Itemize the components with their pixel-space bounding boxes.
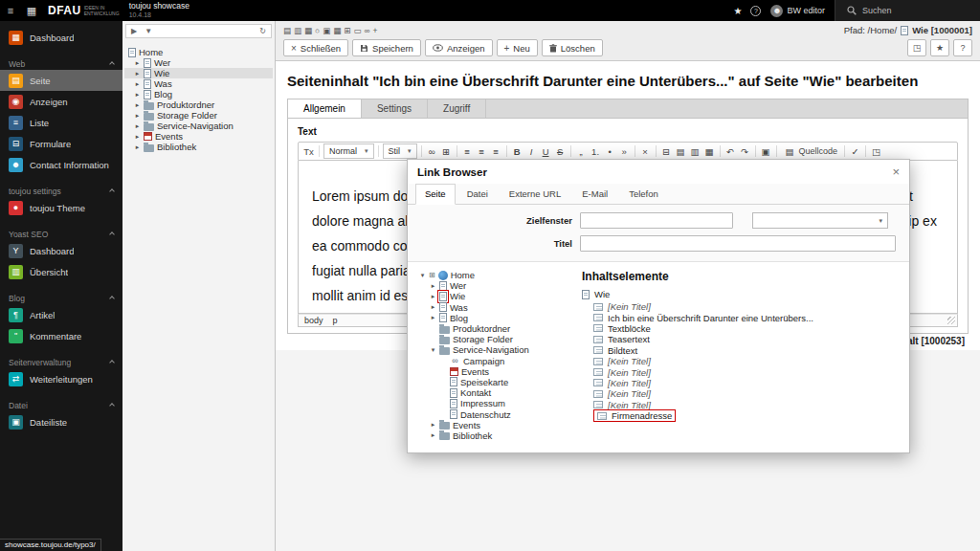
align-center-icon[interactable]: ≡ bbox=[476, 143, 488, 159]
sidebar-item-liste[interactable]: ≡Liste bbox=[0, 112, 122, 133]
image-icon[interactable]: ▣ bbox=[760, 143, 772, 159]
sidebar-item-artikel[interactable]: ¶Artikel bbox=[0, 304, 122, 325]
blockquote-icon[interactable]: „ bbox=[575, 143, 588, 159]
content-element-item[interactable]: [Kein Titel] bbox=[582, 366, 900, 377]
modal-tab-telefon[interactable]: Telefon bbox=[619, 184, 668, 204]
sidebar-item-seite[interactable]: ▤Seite bbox=[0, 70, 122, 91]
menu-toggle-icon[interactable]: ≡ bbox=[0, 5, 21, 16]
caret-right-icon[interactable]: ▸ bbox=[134, 143, 141, 151]
sidebar-section-web[interactable]: Web bbox=[0, 57, 122, 70]
open-new-window-icon[interactable]: ◳ bbox=[907, 39, 926, 56]
table-icon[interactable]: ⊞ bbox=[440, 143, 453, 159]
modal-tree-item[interactable]: ▸Was bbox=[417, 302, 582, 313]
caret-right-icon[interactable]: ▸ bbox=[134, 112, 141, 120]
sidebar-item-contact-information[interactable]: ☻Contact Information bbox=[0, 154, 122, 175]
undo-icon[interactable]: ↶ bbox=[724, 143, 737, 159]
caret-down-icon[interactable]: ▾ bbox=[430, 346, 436, 354]
content-page-row[interactable]: Wie bbox=[582, 289, 900, 299]
sidebar-section-toujou-settings[interactable]: toujou settings bbox=[0, 185, 122, 197]
clear-format-icon[interactable]: Tx bbox=[302, 143, 315, 159]
records-icon[interactable]: ▦ bbox=[333, 26, 341, 35]
copy-icon[interactable]: ⊟ bbox=[660, 143, 673, 159]
tab-allgemein[interactable]: Allgemein bbox=[288, 99, 362, 118]
search-button[interactable]: Suchen bbox=[835, 0, 980, 21]
modal-tab-seite[interactable]: Seite bbox=[415, 184, 456, 205]
pagetree-item[interactable]: ▸Blog bbox=[124, 89, 273, 99]
content-element-item[interactable]: Textblöcke bbox=[582, 323, 900, 334]
caret-right-icon[interactable]: ▸ bbox=[134, 101, 141, 109]
remove-icon[interactable]: × bbox=[639, 143, 652, 159]
modal-tree-item[interactable]: ▾Service-Navigation bbox=[417, 344, 582, 355]
modal-tab-externe-url[interactable]: Externe URL bbox=[500, 184, 570, 204]
help-icon[interactable]: ? bbox=[750, 6, 761, 16]
pagetree-item[interactable]: ▸Service-Navigation bbox=[124, 121, 273, 131]
caret-right-icon[interactable]: ▸ bbox=[134, 133, 141, 141]
anzeigen-button[interactable]: Anzeigen bbox=[425, 39, 493, 56]
maximize-icon[interactable]: ◳ bbox=[870, 143, 882, 159]
modal-tree-item[interactable]: Events bbox=[417, 366, 582, 377]
löschen-button[interactable]: Löschen bbox=[542, 39, 603, 56]
align-left-icon[interactable]: ≡ bbox=[461, 143, 474, 159]
content-element-item[interactable]: [Kein Titel] bbox=[582, 388, 900, 399]
paste-word-icon[interactable]: ▦ bbox=[703, 143, 716, 159]
content-element-item[interactable]: Bildtext bbox=[582, 345, 900, 356]
close-icon[interactable]: × bbox=[892, 165, 900, 179]
sidebar-section-seitenverwaltung[interactable]: Seitenverwaltung bbox=[0, 356, 122, 368]
modal-tree-item[interactable]: ▸Events bbox=[417, 420, 582, 430]
unordered-list-icon[interactable]: • bbox=[604, 143, 616, 159]
page-reference[interactable]: Wie [1000001] bbox=[912, 25, 972, 35]
modules-grid-icon[interactable]: ▦ bbox=[21, 5, 42, 17]
modal-tab-e-mail[interactable]: E-Mail bbox=[572, 184, 617, 204]
modal-tree-item[interactable]: Kontakt bbox=[417, 387, 582, 398]
bold-icon[interactable]: B bbox=[511, 143, 523, 159]
caret-right-icon[interactable]: ▸ bbox=[134, 70, 141, 77]
refresh-icon[interactable]: ↻ bbox=[259, 27, 266, 35]
link-icon[interactable]: ∞ bbox=[364, 26, 369, 35]
columns-icon[interactable]: ▥ bbox=[294, 26, 301, 35]
pagetree-item[interactable]: ▸Bibliothek bbox=[124, 142, 273, 152]
sidebar-item-übersicht[interactable]: ▥Übersicht bbox=[0, 261, 122, 282]
paste-icon[interactable]: ▤ bbox=[675, 143, 687, 159]
caret-right-icon[interactable]: ▸ bbox=[430, 293, 436, 300]
help-icon[interactable]: ? bbox=[953, 39, 972, 56]
sidebar-item-toujou-theme[interactable]: ●toujou Theme bbox=[0, 197, 122, 218]
element-path-segment[interactable]: body bbox=[304, 316, 323, 325]
modal-tree-item[interactable]: ∞Campaign bbox=[417, 356, 582, 366]
spellcheck-icon[interactable]: ✓ bbox=[849, 143, 861, 159]
sidebar-item-dashboard[interactable]: YDashboard bbox=[0, 240, 122, 261]
sidebar-section-blog[interactable]: Blog bbox=[0, 292, 122, 304]
caret-right-icon[interactable]: ▸ bbox=[134, 80, 141, 88]
sidebar-item-dateiliste[interactable]: ▣Dateiliste bbox=[0, 411, 122, 432]
modal-tree-item[interactable]: Impressum bbox=[417, 398, 582, 408]
element-path-segment[interactable]: p bbox=[333, 316, 338, 325]
target-select[interactable]: ▾ bbox=[752, 212, 888, 229]
media-icon[interactable]: ▣ bbox=[323, 26, 330, 35]
clock-icon[interactable]: ○ bbox=[315, 26, 320, 35]
link-icon[interactable]: ∞ bbox=[426, 143, 438, 159]
style-select[interactable]: Stil▾ bbox=[383, 143, 417, 159]
redo-icon[interactable]: ↷ bbox=[739, 143, 751, 159]
speichern-button[interactable]: Speichern bbox=[352, 39, 421, 56]
content-element-item[interactable]: Firmenadresse bbox=[582, 410, 900, 421]
sidebar-section-datei[interactable]: Datei bbox=[0, 399, 122, 411]
modal-tab-datei[interactable]: Datei bbox=[457, 184, 498, 204]
bookmark-star-icon[interactable]: ★ bbox=[734, 6, 743, 16]
format-select[interactable]: Normal▾ bbox=[323, 143, 374, 159]
modal-tree-item[interactable]: ▸Blog bbox=[417, 313, 582, 323]
caret-right-icon[interactable]: ▸ bbox=[430, 314, 436, 321]
italic-icon[interactable]: I bbox=[525, 143, 538, 159]
modal-tree-item[interactable]: ▸Wie bbox=[417, 291, 582, 301]
sidebar-item-dashboard[interactable]: ▦Dashboard bbox=[0, 27, 122, 48]
caret-right-icon[interactable]: ▸ bbox=[430, 303, 436, 311]
tab-settings[interactable]: Settings bbox=[362, 99, 428, 118]
caret-right-icon[interactable]: ▸ bbox=[430, 421, 436, 429]
sidebar-section-yoast-seo[interactable]: Yoast SEO bbox=[0, 228, 122, 240]
sidebar-item-kommentare[interactable]: "Kommentare bbox=[0, 325, 122, 346]
new-icon[interactable]: + bbox=[373, 26, 378, 35]
content-element-item[interactable]: Teasertext bbox=[582, 334, 900, 344]
pagetree-item[interactable]: ▸Storage Folder bbox=[124, 110, 273, 121]
filter-icon[interactable]: ▼ bbox=[145, 27, 152, 35]
modal-tree-item[interactable]: ▾⊞Home bbox=[417, 270, 582, 280]
content-element-item[interactable]: [Kein Titel] bbox=[582, 301, 900, 312]
modal-tree-item[interactable]: Storage Folder bbox=[417, 334, 582, 344]
